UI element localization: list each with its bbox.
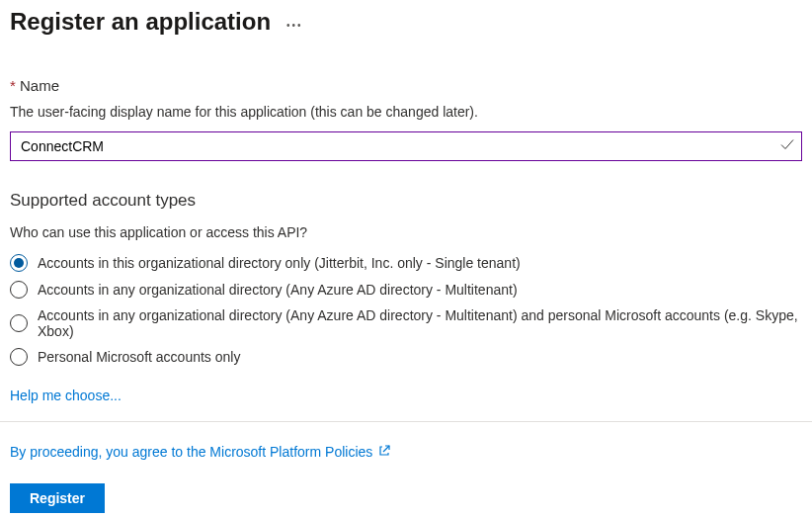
- page-title: Register an application: [10, 8, 271, 36]
- radio-option-multitenant-personal[interactable]: Accounts in any organizational directory…: [10, 307, 802, 339]
- required-asterisk: *: [10, 77, 16, 94]
- name-label-text: Name: [20, 77, 59, 94]
- help-me-choose-link[interactable]: Help me choose...: [10, 388, 122, 403]
- name-field-label: * Name: [10, 77, 802, 94]
- external-link-icon: [378, 444, 390, 460]
- name-field-description: The user-facing display name for this ap…: [10, 104, 802, 120]
- radio-icon: [10, 254, 28, 272]
- platform-policies-link[interactable]: By proceeding, you agree to the Microsof…: [10, 444, 372, 460]
- account-types-radio-group: Accounts in this organizational director…: [10, 254, 802, 366]
- radio-icon: [10, 348, 28, 366]
- radio-label: Accounts in this organizational director…: [38, 255, 521, 271]
- more-icon[interactable]: •••: [286, 14, 303, 31]
- radio-icon: [10, 281, 28, 299]
- radio-option-multitenant[interactable]: Accounts in any organizational directory…: [10, 281, 802, 299]
- account-types-subtitle: Who can use this application or access t…: [10, 224, 802, 240]
- name-input-wrapper: [10, 131, 802, 161]
- name-input[interactable]: [10, 131, 802, 161]
- divider: [0, 421, 812, 422]
- radio-label: Accounts in any organizational directory…: [38, 307, 802, 339]
- radio-icon: [10, 314, 28, 332]
- radio-label: Personal Microsoft accounts only: [38, 349, 240, 365]
- page-header: Register an application •••: [10, 8, 802, 36]
- radio-label: Accounts in any organizational directory…: [38, 282, 518, 298]
- register-button[interactable]: Register: [10, 483, 105, 513]
- account-types-title: Supported account types: [10, 191, 802, 211]
- policy-link-row[interactable]: By proceeding, you agree to the Microsof…: [10, 444, 390, 460]
- radio-option-personal-only[interactable]: Personal Microsoft accounts only: [10, 348, 802, 366]
- radio-option-single-tenant[interactable]: Accounts in this organizational director…: [10, 254, 802, 272]
